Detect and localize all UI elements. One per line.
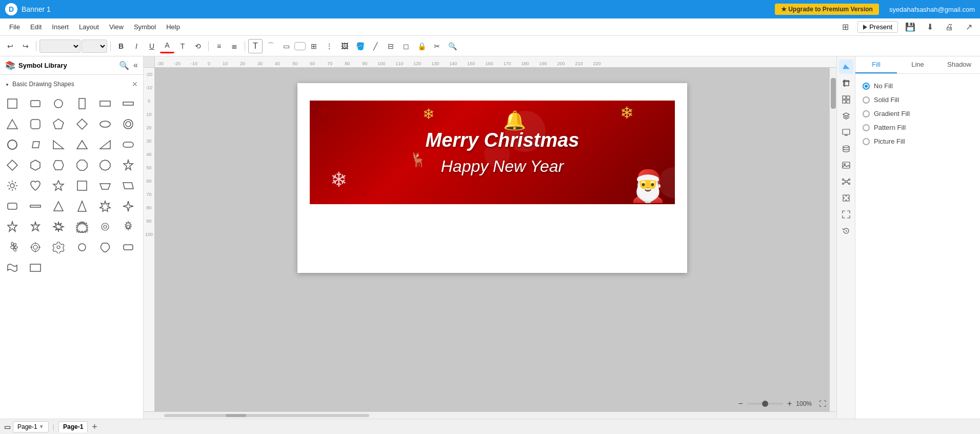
zoom-slider-track[interactable] xyxy=(747,403,783,405)
canvas-scroll[interactable]: ❄ ❄ ❄ ❄ ❄ ❄ ❄ ❄ 🔔 🦌 xyxy=(155,68,829,411)
shape-pentagon[interactable] xyxy=(49,115,68,133)
shape-rounded-square[interactable] xyxy=(26,115,45,133)
shape-wave-rect[interactable] xyxy=(3,259,22,277)
shape-octagon[interactable] xyxy=(73,156,91,174)
menu-symbol[interactable]: Symbol xyxy=(129,21,161,33)
menu-view[interactable]: View xyxy=(104,21,129,33)
line-button[interactable]: ╱ xyxy=(368,39,383,53)
properties-button[interactable]: ✂ xyxy=(430,39,444,53)
bold-button[interactable]: B xyxy=(114,39,128,53)
shape-tall-triangle[interactable] xyxy=(73,197,91,215)
shape-snip-rect[interactable] xyxy=(3,197,22,215)
shape-circle-outline[interactable] xyxy=(3,135,22,154)
basic-drawing-shapes-category[interactable]: Basic Drawing Shapes ✕ xyxy=(3,78,140,90)
zoom-minus-btn[interactable]: − xyxy=(738,399,743,408)
text-format-button[interactable]: T xyxy=(175,39,190,53)
shape-rect-tall[interactable] xyxy=(73,94,91,113)
shape-blob[interactable] xyxy=(96,238,114,257)
zoom-slider-thumb[interactable] xyxy=(762,401,768,407)
shape-cog[interactable] xyxy=(49,238,68,257)
rounded-rect-button[interactable] xyxy=(294,42,306,50)
shape-flower[interactable] xyxy=(3,238,22,257)
shape-spiky[interactable] xyxy=(73,218,91,236)
shape-burst[interactable] xyxy=(96,197,114,215)
search-button[interactable]: 🔍 xyxy=(445,39,459,53)
vertical-scrollbar[interactable] xyxy=(829,68,836,411)
monitor-icon[interactable] xyxy=(839,125,853,140)
search-panel-icon[interactable]: 🔍 xyxy=(119,61,129,70)
add-page-button[interactable]: + xyxy=(90,422,99,431)
shape-hexagon2[interactable] xyxy=(49,156,68,174)
underline-button[interactable]: U xyxy=(145,39,159,53)
upgrade-button[interactable]: ★ Upgrade to Premium Version xyxy=(775,4,879,15)
shape-star8[interactable] xyxy=(49,218,68,236)
shape-circle[interactable] xyxy=(49,94,68,113)
category-close-btn[interactable]: ✕ xyxy=(132,80,138,88)
font-size-select[interactable] xyxy=(82,40,107,53)
shape-left-triangle[interactable] xyxy=(96,135,114,154)
shape-gear3[interactable] xyxy=(26,238,45,257)
columns-button[interactable]: ⋮ xyxy=(322,39,336,53)
horizontal-scrollbar[interactable] xyxy=(144,411,836,419)
shape-heart[interactable] xyxy=(26,176,45,195)
slides-view-icon[interactable]: ⊞ xyxy=(838,20,852,34)
download-icon[interactable]: ⬇ xyxy=(923,20,937,34)
shape-10gon[interactable] xyxy=(96,156,114,174)
tab-line[interactable]: Line xyxy=(897,56,938,73)
shape-hexagon[interactable] xyxy=(26,156,45,174)
shape-star5[interactable] xyxy=(3,218,22,236)
shape-parallelogram2[interactable] xyxy=(119,176,137,195)
curve-button[interactable]: ⌒ xyxy=(264,39,278,53)
fill-color-button[interactable]: 🪣 xyxy=(353,39,367,53)
shape-gear2[interactable] xyxy=(119,218,137,236)
tab-shadow[interactable]: Shadow xyxy=(938,56,980,73)
shape-kite[interactable] xyxy=(3,156,22,174)
shape-star6[interactable] xyxy=(119,156,137,174)
gradient-fill-radio[interactable] xyxy=(863,110,870,117)
shape-thin-bar[interactable] xyxy=(26,197,45,215)
undo-button[interactable]: ↩ xyxy=(3,39,17,53)
shape-ellipse[interactable] xyxy=(96,115,114,133)
shape-plain-rect[interactable] xyxy=(73,176,91,195)
border-style-button[interactable]: ⊟ xyxy=(384,39,398,53)
banner-image[interactable]: ❄ ❄ ❄ ❄ ❄ ❄ ❄ ❄ 🔔 🦌 xyxy=(308,98,677,206)
shape-star4[interactable] xyxy=(119,197,137,215)
fill-option-picture-fill[interactable]: Picture Fill xyxy=(861,134,975,148)
menu-edit[interactable]: Edit xyxy=(25,21,47,33)
history-icon[interactable] xyxy=(839,224,853,238)
lock-button[interactable]: 🔒 xyxy=(414,39,429,53)
save-icon[interactable]: 💾 xyxy=(903,20,917,34)
menu-file[interactable]: File xyxy=(4,21,25,33)
shape-rect-wide[interactable] xyxy=(96,94,114,113)
network-icon[interactable] xyxy=(839,174,853,189)
shape-right-triangle[interactable] xyxy=(49,135,68,154)
zoom-plus-btn[interactable]: + xyxy=(787,399,792,408)
fill-option-no-fill[interactable]: No Fill xyxy=(861,79,975,93)
shape-horizontal-bar[interactable] xyxy=(119,94,137,113)
menu-insert[interactable]: Insert xyxy=(47,21,74,33)
font-color-button[interactable]: A xyxy=(160,39,174,53)
italic-button[interactable]: I xyxy=(129,39,144,53)
image-sidebar-icon[interactable] xyxy=(839,158,853,172)
page-view-icon[interactable]: ▭ xyxy=(4,423,11,431)
shape-rounded-rect2[interactable] xyxy=(119,238,137,257)
page-tab-inactive[interactable]: Page-1 ▼ xyxy=(13,421,49,432)
shape-banner-rect[interactable] xyxy=(26,259,45,277)
shape-square[interactable] xyxy=(3,94,22,113)
fill-option-pattern-fill[interactable]: Pattern Fill xyxy=(861,121,975,134)
db-icon[interactable] xyxy=(839,142,853,156)
crop-icon[interactable] xyxy=(839,76,853,90)
shape-triangle[interactable] xyxy=(3,115,22,133)
hscroll-thumb[interactable] xyxy=(226,414,246,417)
redo-button[interactable]: ↪ xyxy=(18,39,33,53)
zoom-expand-btn[interactable]: ⛶ xyxy=(819,400,826,408)
hscroll-track[interactable] xyxy=(164,414,369,417)
share-icon[interactable]: ↗ xyxy=(962,20,976,34)
table-button[interactable]: ⊞ xyxy=(307,39,321,53)
outline-button[interactable]: ◻ xyxy=(399,39,413,53)
layers-icon[interactable] xyxy=(839,109,853,123)
shape-gear1[interactable] xyxy=(96,218,114,236)
shape-isosceles-triangle[interactable] xyxy=(49,197,68,215)
shape-ring[interactable] xyxy=(119,115,137,133)
no-fill-radio[interactable] xyxy=(863,83,870,90)
